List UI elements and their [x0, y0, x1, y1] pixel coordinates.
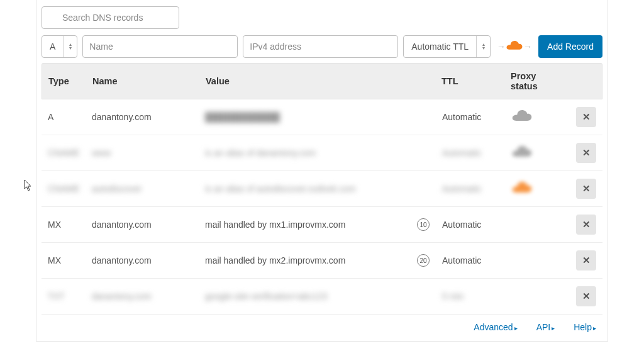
- cell-name: autodiscover: [86, 176, 199, 201]
- cell-ttl: Automatic: [436, 212, 505, 237]
- table-row[interactable]: CNAMEwwwis an alias of danantony.comAuto…: [42, 135, 602, 171]
- delete-button[interactable]: ✕: [576, 107, 596, 127]
- table-row[interactable]: TXTdanantony.comgoogle-site-verification…: [42, 279, 602, 315]
- column-header-value: Value: [199, 64, 435, 99]
- cell-type: MX: [42, 248, 86, 273]
- record-name-input[interactable]: [82, 35, 238, 58]
- column-header-proxy: Proxy status: [504, 64, 567, 99]
- cell-name: danantony.com: [86, 248, 199, 273]
- cell-proxy: [505, 253, 568, 268]
- table-row[interactable]: MXdanantony.commail handled by mx1.impro…: [42, 207, 602, 243]
- table-header-row: Type Name Value TTL Proxy status: [42, 63, 602, 99]
- cell-value: is an alias of danantony.com: [199, 140, 436, 165]
- delete-button[interactable]: ✕: [576, 179, 596, 199]
- proxy-toggle[interactable]: → →: [496, 41, 533, 52]
- cell-ttl: Automatic: [436, 248, 505, 273]
- proxy-status-icon[interactable]: [511, 110, 533, 124]
- ttl-label: Automatic TTL: [404, 36, 476, 57]
- cell-name: danantony.com: [86, 104, 199, 130]
- cell-value: mail handled by mx2.improvmx.com20: [199, 247, 436, 274]
- cell-proxy: [505, 138, 568, 167]
- priority-badge: 10: [417, 218, 430, 231]
- cell-proxy: [505, 217, 568, 232]
- cell-type: MX: [42, 212, 86, 237]
- stepper-icon: ▴▾: [63, 36, 77, 57]
- advanced-link[interactable]: Advanced▸: [474, 322, 517, 332]
- ttl-select[interactable]: Automatic TTL ▴▾: [403, 35, 491, 58]
- cursor-icon: [24, 179, 33, 194]
- dns-table: Type Name Value TTL Proxy status Adanant…: [42, 63, 602, 315]
- column-header-type: Type: [42, 64, 86, 99]
- cell-type: CNAME: [42, 176, 86, 201]
- add-record-button[interactable]: Add Record: [538, 35, 602, 58]
- cell-type: TXT: [42, 284, 86, 309]
- cell-ttl: 5 min: [436, 284, 505, 309]
- record-value-input[interactable]: [243, 35, 398, 58]
- cell-value: is an alias of autodiscover.outlook.com: [199, 176, 436, 201]
- search-input[interactable]: [42, 6, 179, 29]
- record-type-select[interactable]: A ▴▾: [42, 35, 77, 58]
- cell-name: www: [86, 140, 199, 165]
- cell-value: ████████████: [199, 104, 436, 130]
- delete-button[interactable]: ✕: [576, 215, 596, 235]
- record-type-label: A: [42, 36, 63, 57]
- help-link[interactable]: Help▸: [574, 322, 596, 332]
- proxy-status-icon[interactable]: [511, 182, 533, 196]
- priority-badge: 20: [417, 254, 430, 267]
- api-link[interactable]: API▸: [536, 322, 555, 332]
- chevron-right-icon: ▸: [593, 325, 596, 332]
- cell-type: CNAME: [42, 140, 86, 165]
- cell-ttl: Automatic: [436, 176, 505, 201]
- table-row[interactable]: MXdanantony.commail handled by mx2.impro…: [42, 243, 602, 279]
- cell-name: danantony.com: [86, 212, 199, 237]
- cell-proxy: [505, 103, 568, 131]
- chevron-right-icon: ▸: [552, 325, 555, 332]
- cell-type: A: [42, 104, 86, 130]
- column-header-ttl: TTL: [435, 64, 504, 99]
- cell-proxy: [505, 289, 568, 304]
- proxy-status-icon[interactable]: [511, 146, 533, 160]
- cell-value: mail handled by mx1.improvmx.com10: [199, 211, 436, 238]
- column-header-name: Name: [86, 64, 199, 99]
- cell-proxy: [505, 174, 568, 203]
- delete-button[interactable]: ✕: [576, 143, 596, 163]
- cell-ttl: Automatic: [436, 140, 505, 165]
- table-row[interactable]: CNAMEautodiscoveris an alias of autodisc…: [42, 171, 602, 207]
- chevron-right-icon: ▸: [514, 325, 518, 332]
- table-row[interactable]: Adanantony.com████████████Automatic✕: [42, 99, 602, 135]
- stepper-icon: ▴▾: [476, 36, 490, 57]
- cell-value: google-site-verification=abc123: [199, 284, 436, 309]
- cell-ttl: Automatic: [436, 104, 505, 130]
- delete-button[interactable]: ✕: [576, 286, 596, 306]
- delete-button[interactable]: ✕: [576, 250, 596, 271]
- cell-name: danantony.com: [86, 284, 199, 309]
